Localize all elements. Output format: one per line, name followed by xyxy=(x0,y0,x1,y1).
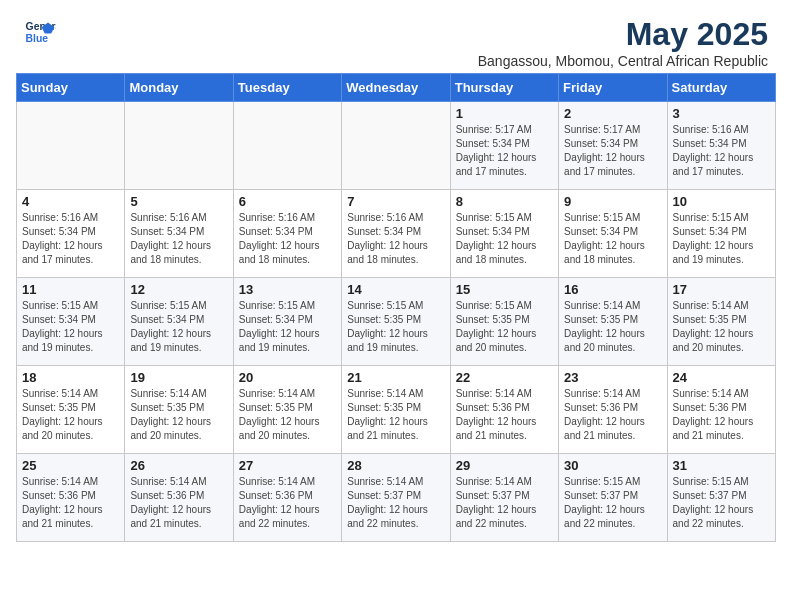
week-row-5: 25Sunrise: 5:14 AM Sunset: 5:36 PM Dayli… xyxy=(17,454,776,542)
day-info-20: Sunrise: 5:14 AM Sunset: 5:35 PM Dayligh… xyxy=(239,387,336,443)
logo: General Blue xyxy=(24,16,56,48)
location-subtitle: Bangassou, Mbomou, Central African Repub… xyxy=(478,53,768,69)
cell-1-3: 7Sunrise: 5:16 AM Sunset: 5:34 PM Daylig… xyxy=(342,190,450,278)
day-number-29: 29 xyxy=(456,458,553,473)
day-number-22: 22 xyxy=(456,370,553,385)
day-number-13: 13 xyxy=(239,282,336,297)
cell-2-4: 15Sunrise: 5:15 AM Sunset: 5:35 PM Dayli… xyxy=(450,278,558,366)
day-number-27: 27 xyxy=(239,458,336,473)
week-row-4: 18Sunrise: 5:14 AM Sunset: 5:35 PM Dayli… xyxy=(17,366,776,454)
cell-4-5: 30Sunrise: 5:15 AM Sunset: 5:37 PM Dayli… xyxy=(559,454,667,542)
day-number-17: 17 xyxy=(673,282,770,297)
day-number-8: 8 xyxy=(456,194,553,209)
calendar-container: Sunday Monday Tuesday Wednesday Thursday… xyxy=(0,73,792,558)
cell-3-6: 24Sunrise: 5:14 AM Sunset: 5:36 PM Dayli… xyxy=(667,366,775,454)
day-number-21: 21 xyxy=(347,370,444,385)
cell-0-0 xyxy=(17,102,125,190)
day-info-4: Sunrise: 5:16 AM Sunset: 5:34 PM Dayligh… xyxy=(22,211,119,267)
day-number-5: 5 xyxy=(130,194,227,209)
cell-1-2: 6Sunrise: 5:16 AM Sunset: 5:34 PM Daylig… xyxy=(233,190,341,278)
calendar-table: Sunday Monday Tuesday Wednesday Thursday… xyxy=(16,73,776,542)
day-number-24: 24 xyxy=(673,370,770,385)
cell-1-1: 5Sunrise: 5:16 AM Sunset: 5:34 PM Daylig… xyxy=(125,190,233,278)
header-monday: Monday xyxy=(125,74,233,102)
cell-4-3: 28Sunrise: 5:14 AM Sunset: 5:37 PM Dayli… xyxy=(342,454,450,542)
cell-0-6: 3Sunrise: 5:16 AM Sunset: 5:34 PM Daylig… xyxy=(667,102,775,190)
header-saturday: Saturday xyxy=(667,74,775,102)
day-number-18: 18 xyxy=(22,370,119,385)
day-number-31: 31 xyxy=(673,458,770,473)
cell-4-6: 31Sunrise: 5:15 AM Sunset: 5:37 PM Dayli… xyxy=(667,454,775,542)
day-number-15: 15 xyxy=(456,282,553,297)
day-info-27: Sunrise: 5:14 AM Sunset: 5:36 PM Dayligh… xyxy=(239,475,336,531)
day-info-16: Sunrise: 5:14 AM Sunset: 5:35 PM Dayligh… xyxy=(564,299,661,355)
header-sunday: Sunday xyxy=(17,74,125,102)
week-row-3: 11Sunrise: 5:15 AM Sunset: 5:34 PM Dayli… xyxy=(17,278,776,366)
cell-3-1: 19Sunrise: 5:14 AM Sunset: 5:35 PM Dayli… xyxy=(125,366,233,454)
svg-text:Blue: Blue xyxy=(26,33,49,44)
header-row: Sunday Monday Tuesday Wednesday Thursday… xyxy=(17,74,776,102)
day-info-13: Sunrise: 5:15 AM Sunset: 5:34 PM Dayligh… xyxy=(239,299,336,355)
day-number-9: 9 xyxy=(564,194,661,209)
cell-3-2: 20Sunrise: 5:14 AM Sunset: 5:35 PM Dayli… xyxy=(233,366,341,454)
cell-3-5: 23Sunrise: 5:14 AM Sunset: 5:36 PM Dayli… xyxy=(559,366,667,454)
cell-2-3: 14Sunrise: 5:15 AM Sunset: 5:35 PM Dayli… xyxy=(342,278,450,366)
day-number-6: 6 xyxy=(239,194,336,209)
header-wednesday: Wednesday xyxy=(342,74,450,102)
day-info-5: Sunrise: 5:16 AM Sunset: 5:34 PM Dayligh… xyxy=(130,211,227,267)
day-number-7: 7 xyxy=(347,194,444,209)
day-info-19: Sunrise: 5:14 AM Sunset: 5:35 PM Dayligh… xyxy=(130,387,227,443)
day-number-14: 14 xyxy=(347,282,444,297)
day-info-3: Sunrise: 5:16 AM Sunset: 5:34 PM Dayligh… xyxy=(673,123,770,179)
day-info-9: Sunrise: 5:15 AM Sunset: 5:34 PM Dayligh… xyxy=(564,211,661,267)
cell-2-0: 11Sunrise: 5:15 AM Sunset: 5:34 PM Dayli… xyxy=(17,278,125,366)
day-info-29: Sunrise: 5:14 AM Sunset: 5:37 PM Dayligh… xyxy=(456,475,553,531)
day-info-1: Sunrise: 5:17 AM Sunset: 5:34 PM Dayligh… xyxy=(456,123,553,179)
cell-0-2 xyxy=(233,102,341,190)
day-number-19: 19 xyxy=(130,370,227,385)
cell-1-0: 4Sunrise: 5:16 AM Sunset: 5:34 PM Daylig… xyxy=(17,190,125,278)
week-row-2: 4Sunrise: 5:16 AM Sunset: 5:34 PM Daylig… xyxy=(17,190,776,278)
day-info-21: Sunrise: 5:14 AM Sunset: 5:35 PM Dayligh… xyxy=(347,387,444,443)
cell-4-1: 26Sunrise: 5:14 AM Sunset: 5:36 PM Dayli… xyxy=(125,454,233,542)
day-info-28: Sunrise: 5:14 AM Sunset: 5:37 PM Dayligh… xyxy=(347,475,444,531)
day-info-23: Sunrise: 5:14 AM Sunset: 5:36 PM Dayligh… xyxy=(564,387,661,443)
day-info-10: Sunrise: 5:15 AM Sunset: 5:34 PM Dayligh… xyxy=(673,211,770,267)
cell-0-1 xyxy=(125,102,233,190)
cell-4-4: 29Sunrise: 5:14 AM Sunset: 5:37 PM Dayli… xyxy=(450,454,558,542)
day-info-15: Sunrise: 5:15 AM Sunset: 5:35 PM Dayligh… xyxy=(456,299,553,355)
day-info-11: Sunrise: 5:15 AM Sunset: 5:34 PM Dayligh… xyxy=(22,299,119,355)
day-number-23: 23 xyxy=(564,370,661,385)
day-info-6: Sunrise: 5:16 AM Sunset: 5:34 PM Dayligh… xyxy=(239,211,336,267)
day-number-1: 1 xyxy=(456,106,553,121)
header-tuesday: Tuesday xyxy=(233,74,341,102)
title-block: May 2025 Bangassou, Mbomou, Central Afri… xyxy=(478,16,768,69)
day-info-24: Sunrise: 5:14 AM Sunset: 5:36 PM Dayligh… xyxy=(673,387,770,443)
cell-2-6: 17Sunrise: 5:14 AM Sunset: 5:35 PM Dayli… xyxy=(667,278,775,366)
cell-2-2: 13Sunrise: 5:15 AM Sunset: 5:34 PM Dayli… xyxy=(233,278,341,366)
cell-0-4: 1Sunrise: 5:17 AM Sunset: 5:34 PM Daylig… xyxy=(450,102,558,190)
day-info-18: Sunrise: 5:14 AM Sunset: 5:35 PM Dayligh… xyxy=(22,387,119,443)
day-number-2: 2 xyxy=(564,106,661,121)
day-info-14: Sunrise: 5:15 AM Sunset: 5:35 PM Dayligh… xyxy=(347,299,444,355)
day-number-16: 16 xyxy=(564,282,661,297)
day-info-17: Sunrise: 5:14 AM Sunset: 5:35 PM Dayligh… xyxy=(673,299,770,355)
logo-icon: General Blue xyxy=(24,16,56,48)
cell-2-5: 16Sunrise: 5:14 AM Sunset: 5:35 PM Dayli… xyxy=(559,278,667,366)
day-number-25: 25 xyxy=(22,458,119,473)
cell-4-0: 25Sunrise: 5:14 AM Sunset: 5:36 PM Dayli… xyxy=(17,454,125,542)
day-info-22: Sunrise: 5:14 AM Sunset: 5:36 PM Dayligh… xyxy=(456,387,553,443)
cell-1-5: 9Sunrise: 5:15 AM Sunset: 5:34 PM Daylig… xyxy=(559,190,667,278)
cell-3-4: 22Sunrise: 5:14 AM Sunset: 5:36 PM Dayli… xyxy=(450,366,558,454)
day-info-12: Sunrise: 5:15 AM Sunset: 5:34 PM Dayligh… xyxy=(130,299,227,355)
calendar-header: Sunday Monday Tuesday Wednesday Thursday… xyxy=(17,74,776,102)
header-thursday: Thursday xyxy=(450,74,558,102)
cell-3-0: 18Sunrise: 5:14 AM Sunset: 5:35 PM Dayli… xyxy=(17,366,125,454)
day-info-31: Sunrise: 5:15 AM Sunset: 5:37 PM Dayligh… xyxy=(673,475,770,531)
cell-3-3: 21Sunrise: 5:14 AM Sunset: 5:35 PM Dayli… xyxy=(342,366,450,454)
day-number-4: 4 xyxy=(22,194,119,209)
header-friday: Friday xyxy=(559,74,667,102)
cell-0-5: 2Sunrise: 5:17 AM Sunset: 5:34 PM Daylig… xyxy=(559,102,667,190)
day-info-25: Sunrise: 5:14 AM Sunset: 5:36 PM Dayligh… xyxy=(22,475,119,531)
day-info-26: Sunrise: 5:14 AM Sunset: 5:36 PM Dayligh… xyxy=(130,475,227,531)
